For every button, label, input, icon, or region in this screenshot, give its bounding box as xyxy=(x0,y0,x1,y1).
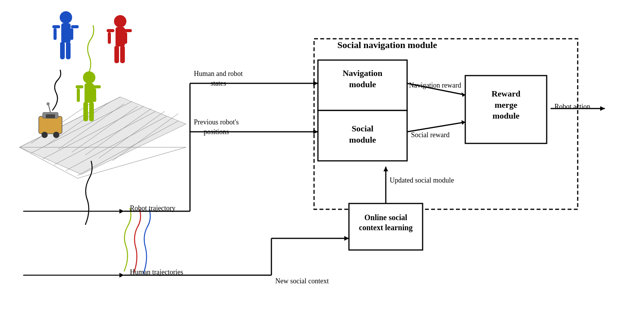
svg-rect-32 xyxy=(124,32,127,44)
svg-rect-28 xyxy=(124,29,132,32)
svg-point-43 xyxy=(41,132,48,138)
social-module-label: Socialmodule xyxy=(318,123,407,145)
svg-line-46 xyxy=(48,105,50,112)
green-trajectory xyxy=(87,25,94,76)
svg-rect-35 xyxy=(76,85,83,88)
robot-illustration xyxy=(39,102,62,138)
human-trajectories-label: Human trajectories xyxy=(130,268,183,276)
diagram-svg xyxy=(0,0,644,312)
social-reward-label: Social reward xyxy=(411,131,449,139)
svg-rect-34 xyxy=(85,83,94,103)
svg-rect-37 xyxy=(83,102,88,121)
online-social-context-label: Online socialcontext learning xyxy=(349,212,423,233)
svg-point-25 xyxy=(114,15,126,28)
human-robot-states-label: Human and robotstates xyxy=(194,69,243,88)
scene-illustration xyxy=(19,11,186,178)
robot-action-label: Robot action xyxy=(554,103,590,111)
svg-line-59 xyxy=(407,122,465,132)
reward-merge-label: Rewardmergemodule xyxy=(465,88,547,122)
svg-rect-39 xyxy=(77,88,80,102)
svg-rect-22 xyxy=(66,42,71,59)
svg-rect-45 xyxy=(46,114,55,118)
black-trajectory xyxy=(52,70,61,110)
svg-rect-27 xyxy=(107,29,114,32)
red-human-figure xyxy=(107,15,132,63)
svg-marker-70 xyxy=(344,236,349,241)
social-navigation-title: Social navigation module xyxy=(337,40,437,50)
svg-point-47 xyxy=(47,102,50,105)
svg-marker-64 xyxy=(383,167,388,171)
svg-rect-18 xyxy=(61,23,71,43)
robot-trajectory-label: Robot trajectory xyxy=(130,204,175,212)
svg-marker-62 xyxy=(600,106,605,111)
svg-rect-19 xyxy=(52,25,60,28)
svg-point-17 xyxy=(60,11,72,24)
svg-marker-49 xyxy=(119,209,124,214)
svg-rect-23 xyxy=(54,28,57,40)
svg-rect-30 xyxy=(120,46,125,63)
previous-robot-label: Previous robot'spositions xyxy=(194,117,239,137)
svg-rect-29 xyxy=(114,46,119,63)
svg-rect-21 xyxy=(60,42,65,59)
svg-rect-24 xyxy=(70,28,73,40)
navigation-reward-label: Navigation reward xyxy=(409,81,461,90)
blue-human-figure xyxy=(52,11,79,59)
svg-rect-38 xyxy=(89,102,94,121)
svg-rect-36 xyxy=(93,85,101,88)
svg-point-44 xyxy=(53,132,59,138)
svg-rect-41 xyxy=(39,116,62,134)
updated-social-module-label: Updated social module xyxy=(390,176,454,184)
new-social-context-label: New social context xyxy=(275,277,329,285)
svg-marker-51 xyxy=(119,273,124,278)
svg-rect-40 xyxy=(93,88,96,102)
navigation-module-label: Navigation module xyxy=(318,68,407,90)
svg-point-33 xyxy=(83,71,95,84)
svg-rect-31 xyxy=(108,32,111,44)
diagram-container: Social navigation module Navigation modu… xyxy=(0,0,644,312)
svg-rect-20 xyxy=(71,25,79,28)
